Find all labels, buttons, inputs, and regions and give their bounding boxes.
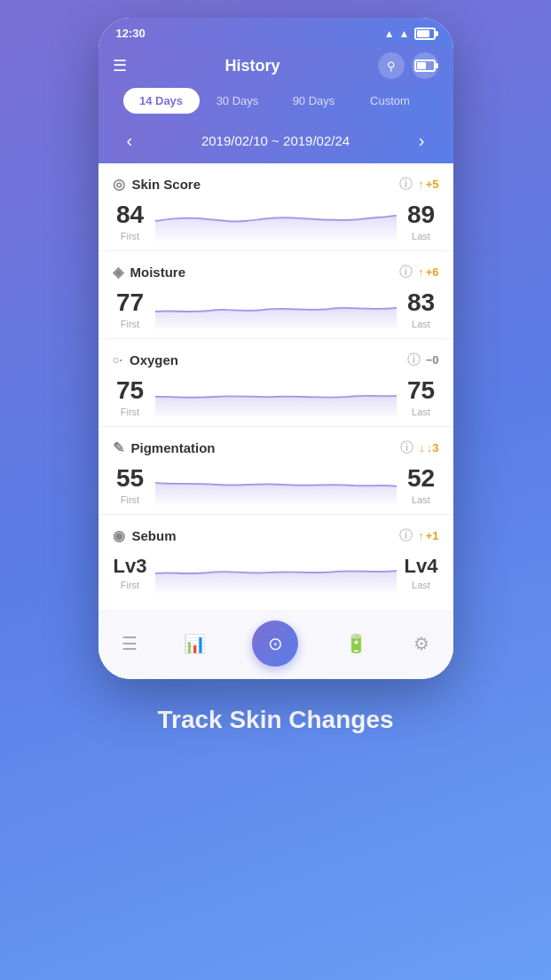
signal-icon: ▲ (399, 28, 410, 40)
sebum-last: Lv4 Last (404, 556, 439, 589)
pigmentation-section: ✎ Pigmentation ⓘ ↓ ↓3 55 First (98, 427, 453, 515)
nav-list-icon: ☰ (122, 633, 138, 654)
phone-frame: 12:30 ▲ ▲ ☰ History ⚲ (98, 18, 453, 679)
sebum-title: ◉ Sebum (113, 527, 177, 544)
nav-camera-icon: ⊙ (268, 633, 283, 654)
sebum-first: Lv3 First (113, 556, 148, 589)
moisture-icon: ◈ (113, 264, 123, 281)
pigmentation-badge: ↓ ↓3 (419, 441, 438, 454)
nav-list-button[interactable]: ☰ (122, 633, 138, 654)
nav-settings-icon: ⚙ (413, 633, 429, 654)
tab-90-days[interactable]: 90 Days (276, 88, 352, 114)
nav-camera-button[interactable]: ⊙ (252, 620, 298, 667)
prev-date-button[interactable]: ‹ (127, 131, 133, 149)
skin-score-values: 84 First (113, 202, 439, 241)
skin-score-last: 89 Last (404, 202, 439, 241)
tab-30-days[interactable]: 30 Days (200, 88, 276, 114)
bluetooth-icon-button[interactable]: ⚲ (378, 52, 405, 79)
moisture-badge: ↑ +6 (418, 265, 438, 279)
moisture-first: 77 First (113, 289, 148, 329)
sebum-info-icon[interactable]: ⓘ (399, 527, 413, 544)
skin-score-icon: ◎ (113, 176, 125, 193)
nav-chart-button[interactable]: 📊 (184, 633, 206, 654)
oxygen-title: ○· Oxygen (113, 352, 179, 368)
oxygen-header: ○· Oxygen ⓘ −0 (113, 352, 439, 368)
date-range-text: 2019/02/10 ~ 2019/02/24 (201, 133, 350, 148)
status-icons: ▲ ▲ (384, 28, 436, 40)
header-top: ☰ History ⚲ (113, 52, 439, 88)
tabs-container: 14 Days 30 Days 90 Days Custom (113, 88, 439, 124)
sebum-badge: ↑ +1 (418, 529, 438, 542)
oxygen-badge: −0 (426, 353, 439, 367)
oxygen-info-icon[interactable]: ⓘ (407, 352, 421, 368)
skin-score-header: ◎ Skin Score ⓘ ↑ +5 (113, 176, 439, 193)
pigmentation-chart (155, 465, 397, 505)
oxygen-values: 75 First (113, 377, 439, 417)
sebum-icon: ◉ (113, 527, 125, 544)
pigmentation-values: 55 First (113, 465, 439, 505)
oxygen-chart (155, 377, 397, 417)
oxygen-section: ○· Oxygen ⓘ −0 75 First (98, 339, 453, 427)
status-time: 12:30 (116, 27, 146, 40)
menu-button[interactable]: ☰ (113, 56, 127, 75)
skin-score-title: ◎ Skin Score (113, 176, 201, 193)
pigmentation-last: 52 Last (404, 465, 439, 505)
moisture-values: 77 First (113, 289, 439, 329)
moisture-info-icon[interactable]: ⓘ (399, 264, 413, 281)
moisture-title: ◈ Moisture (113, 264, 186, 281)
status-bar: 12:30 ▲ ▲ (98, 18, 453, 45)
header-right-icons: ⚲ (378, 52, 438, 79)
page-title: History (224, 57, 279, 75)
sebum-section: ◉ Sebum ⓘ ↑ +1 Lv3 First (98, 515, 453, 602)
oxygen-first: 75 First (113, 377, 148, 417)
oxygen-last: 75 Last (404, 377, 439, 417)
nav-device-icon: 🔋 (345, 633, 367, 654)
tab-custom[interactable]: Custom (352, 88, 429, 114)
moisture-last: 83 Last (404, 289, 439, 329)
nav-device-button[interactable]: 🔋 (345, 633, 367, 654)
nav-settings-button[interactable]: ⚙ (413, 633, 429, 654)
battery-icon (414, 28, 436, 40)
date-row: ‹ 2019/02/10 ~ 2019/02/24 › (113, 124, 439, 163)
pigmentation-info-icon[interactable]: ⓘ (400, 439, 413, 456)
sebum-values: Lv3 First (113, 553, 439, 593)
skin-score-chart (155, 202, 397, 241)
oxygen-icon: ○· (113, 353, 122, 367)
pigmentation-first: 55 First (113, 465, 148, 505)
sebum-chart (155, 553, 397, 593)
bluetooth-icon: ⚲ (387, 59, 396, 73)
skin-score-badge: ↑ +5 (418, 178, 438, 191)
skin-score-section: ◎ Skin Score ⓘ ↑ +5 84 First (98, 163, 453, 251)
header: ☰ History ⚲ 14 Days 30 Days (98, 45, 453, 163)
skin-score-info-icon[interactable]: ⓘ (399, 176, 413, 193)
next-date-button[interactable]: › (419, 131, 425, 149)
content-card: ◎ Skin Score ⓘ ↑ +5 84 First (98, 163, 453, 611)
bottom-tagline: Track Skin Changes (139, 706, 411, 734)
wifi-icon: ▲ (384, 28, 395, 40)
bottom-nav: ☰ 📊 ⊙ 🔋 ⚙ (98, 611, 453, 679)
battery-status-icon[interactable] (412, 52, 438, 79)
nav-chart-icon: 📊 (184, 633, 206, 654)
moisture-header: ◈ Moisture ⓘ ↑ +6 (113, 264, 439, 281)
skin-score-first: 84 First (113, 202, 148, 241)
pigmentation-title: ✎ Pigmentation (113, 439, 216, 456)
moisture-section: ◈ Moisture ⓘ ↑ +6 77 First (98, 251, 453, 339)
sebum-header: ◉ Sebum ⓘ ↑ +1 (113, 527, 439, 544)
moisture-chart (155, 289, 397, 329)
tab-14-days[interactable]: 14 Days (123, 88, 200, 114)
pigmentation-header: ✎ Pigmentation ⓘ ↓ ↓3 (113, 439, 439, 456)
pigmentation-icon: ✎ (113, 439, 124, 456)
